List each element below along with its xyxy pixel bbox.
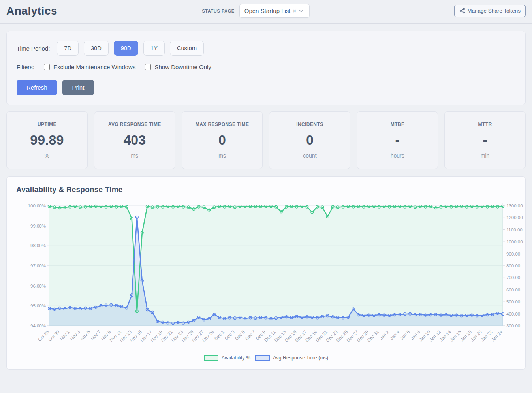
status-page-select[interactable]: Open Startup List × (239, 4, 310, 18)
svg-text:94.00%: 94.00% (30, 323, 46, 328)
period-button-custom[interactable]: Custom (170, 41, 204, 56)
filter-checkboxes: Exclude Maintenance WindowsShow Downtime… (44, 64, 211, 70)
filter-panel: Time Period: 7D30D90D1YCustom Filters: E… (6, 31, 526, 105)
checkbox-label: Exclude Maintenance Windows (53, 64, 135, 70)
svg-text:Jan 16: Jan 16 (449, 329, 462, 342)
svg-text:Nov 3: Nov 3 (69, 329, 81, 341)
svg-text:1200.00: 1200.00 (506, 215, 523, 220)
period-button-7d[interactable]: 7D (57, 41, 79, 56)
svg-text:100.00%: 100.00% (28, 203, 46, 208)
legend-item-avg-response-time-ms[interactable]: Avg Response Time (ms) (255, 355, 328, 361)
manage-share-tokens-button[interactable]: Manage Share Tokens (454, 5, 526, 17)
status-page-value: Open Startup List (244, 8, 291, 14)
status-page-label: STATUS PAGE (202, 9, 234, 13)
svg-text:1000.00: 1000.00 (506, 239, 523, 244)
page-title: Analytics (6, 5, 57, 17)
clear-icon[interactable]: × (293, 8, 297, 14)
svg-text:400.00: 400.00 (506, 312, 520, 316)
svg-text:Oct 30: Oct 30 (47, 329, 60, 342)
stat-label: MAX RESPONSE TIME (184, 122, 260, 127)
svg-text:Jan 20: Jan 20 (470, 329, 483, 342)
legend-item-availability[interactable]: Availability % (204, 355, 250, 361)
svg-text:96.00%: 96.00% (30, 284, 46, 288)
svg-text:Nov 5: Nov 5 (79, 329, 91, 341)
stat-label: AVG RESPONSE TIME (97, 122, 173, 127)
checkbox-input[interactable] (145, 64, 151, 70)
stat-unit: min (447, 152, 523, 159)
svg-text:Dec 3: Dec 3 (224, 329, 235, 341)
stat-card-uptime: UPTIME99.89% (6, 111, 88, 169)
legend-label: Availability % (222, 355, 250, 361)
checkbox-label: Show Downtime Only (154, 64, 211, 70)
header: Analytics STATUS PAGE Open Startup List … (0, 0, 532, 24)
svg-text:800.00: 800.00 (506, 263, 520, 268)
stat-value: 403 (97, 132, 173, 148)
stat-unit: ms (97, 152, 173, 159)
stat-card-max-response-time: MAX RESPONSE TIME0ms (182, 111, 263, 169)
legend-swatch (204, 355, 218, 361)
legend-label: Avg Response Time (ms) (273, 355, 328, 361)
stat-label: MTBF (359, 122, 435, 127)
stat-card-avg-response-time: AVG RESPONSE TIME403ms (94, 111, 175, 169)
svg-text:97.00%: 97.00% (30, 263, 46, 268)
svg-text:Dec 7: Dec 7 (244, 329, 256, 341)
svg-text:Dec 1: Dec 1 (213, 329, 225, 341)
svg-text:900.00: 900.00 (506, 252, 520, 256)
stat-unit: ms (184, 152, 260, 159)
time-period-buttons: 7D30D90D1YCustom (57, 41, 203, 56)
svg-text:Nov 29: Nov 29 (201, 329, 215, 343)
time-period-label: Time Period: (17, 45, 50, 52)
svg-text:98.00%: 98.00% (30, 243, 46, 248)
svg-text:99.00%: 99.00% (30, 224, 46, 228)
chevron-down-icon[interactable] (299, 8, 304, 13)
svg-text:Jan 22: Jan 22 (480, 329, 493, 342)
checkbox-exclude-maintenance-windows[interactable]: Exclude Maintenance Windows (44, 64, 135, 70)
stat-card-incidents: INCIDENTS0count (269, 111, 350, 169)
stat-value: - (359, 132, 435, 148)
period-button-30d[interactable]: 30D (84, 41, 109, 56)
stat-card-mtbf: MTBF-hours (357, 111, 438, 169)
svg-text:Oct 28: Oct 28 (37, 329, 50, 342)
svg-text:1300.00: 1300.00 (506, 203, 523, 208)
stat-unit: % (9, 152, 85, 159)
svg-text:Dec 31: Dec 31 (366, 329, 380, 343)
svg-text:1100.00: 1100.00 (506, 228, 523, 232)
stats-row: UPTIME99.89%AVG RESPONSE TIME403msMAX RE… (6, 111, 526, 169)
stat-label: INCIDENTS (272, 122, 348, 127)
stat-label: UPTIME (9, 122, 85, 127)
stat-value: 99.89 (9, 132, 85, 148)
svg-text:600.00: 600.00 (506, 288, 520, 292)
svg-text:Jan 12: Jan 12 (429, 329, 442, 342)
svg-text:Dec 5: Dec 5 (234, 329, 246, 341)
period-button-1y[interactable]: 1Y (143, 41, 165, 56)
stat-unit: count (272, 152, 348, 159)
svg-text:Jan 6: Jan 6 (399, 329, 410, 340)
stat-unit: hours (359, 152, 435, 159)
legend-swatch (255, 355, 270, 361)
chart-title: Availability & Response Time (16, 185, 516, 194)
stat-value: 0 (184, 132, 260, 148)
print-button[interactable]: Print (62, 80, 94, 95)
svg-text:Jan 4: Jan 4 (389, 329, 400, 341)
svg-text:300.00: 300.00 (506, 323, 520, 328)
refresh-button[interactable]: Refresh (17, 80, 57, 95)
svg-text:Jan 24: Jan 24 (491, 329, 504, 342)
svg-text:Jan 10: Jan 10 (418, 329, 431, 342)
manage-share-tokens-label: Manage Share Tokens (467, 8, 521, 14)
svg-text:Nov 7: Nov 7 (90, 329, 102, 341)
stat-card-mttr: MTTR-min (444, 111, 526, 169)
chart-legend: Availability %Avg Response Time (ms) (16, 353, 516, 365)
share-icon (459, 8, 465, 14)
period-button-90d[interactable]: 90D (114, 41, 139, 56)
svg-text:Jan 18: Jan 18 (459, 329, 472, 342)
chart-card: Availability & Response Time 100.00%99.0… (6, 176, 526, 370)
svg-text:Nov 1: Nov 1 (59, 329, 71, 341)
checkbox-show-downtime-only[interactable]: Show Downtime Only (145, 64, 211, 70)
stat-value: 0 (272, 132, 348, 148)
svg-text:Jan 2: Jan 2 (379, 329, 390, 340)
checkbox-input[interactable] (44, 64, 50, 70)
filters-label: Filters: (17, 64, 34, 70)
svg-text:95.00%: 95.00% (30, 303, 46, 308)
stat-value: - (447, 132, 523, 148)
availability-response-chart: 100.00%99.00%98.00%97.00%96.00%95.00%94.… (16, 200, 526, 351)
